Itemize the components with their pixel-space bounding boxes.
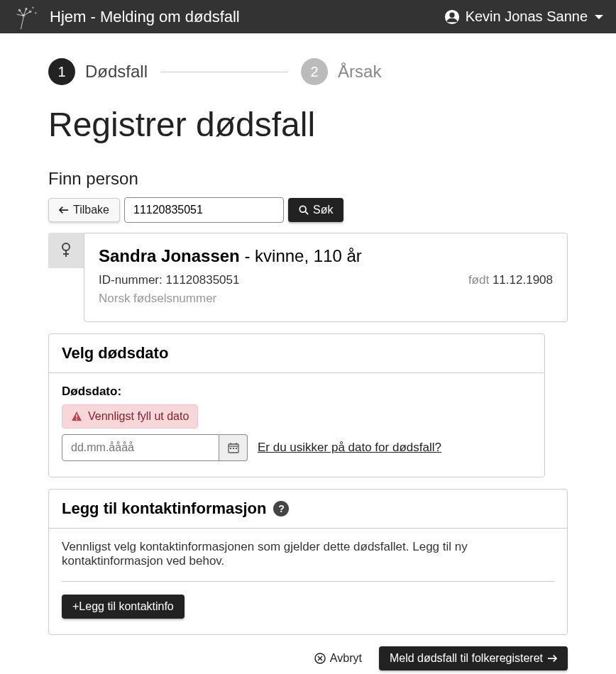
chevron-down-icon: [595, 15, 603, 19]
main-content: 1 Dødsfall 2 Årsak Registrer dødsfall Fi…: [0, 33, 616, 674]
date-input-group: [62, 434, 248, 461]
gender-badge: [48, 233, 84, 268]
unsure-date-link[interactable]: Er du usikker på dato for dødsfall?: [258, 441, 441, 455]
svg-point-19: [76, 419, 77, 420]
death-date-panel-title: Velg dødsdato: [49, 334, 544, 373]
svg-point-12: [449, 12, 454, 17]
svg-point-7: [26, 8, 28, 10]
person-born: født 11.12.1908: [468, 273, 553, 287]
help-icon[interactable]: ?: [273, 501, 289, 516]
header-title[interactable]: Hjem - Melding om dødsfall: [50, 8, 240, 26]
svg-line-14: [305, 211, 308, 214]
contact-description: Vennligst velg kontaktinformasjonen som …: [62, 540, 554, 568]
search-button-label: Søk: [313, 204, 333, 216]
header-left: Hjem - Melding om dødsfall: [13, 4, 240, 31]
svg-rect-25: [233, 448, 234, 449]
cancel-button[interactable]: Avbryt: [304, 647, 372, 670]
user-menu[interactable]: Kevin Jonas Sanne: [444, 9, 603, 25]
person-card-wrap: Sandra Jonassen - kvinne, 110 år ID-numm…: [48, 233, 568, 322]
female-icon: [60, 243, 72, 258]
death-date-panel-body: Dødsdato: Vennligst fyll ut dato: [49, 373, 544, 477]
arrow-right-icon: [547, 653, 557, 663]
app-logo-icon: [13, 4, 40, 31]
step-2-label: Årsak: [338, 62, 381, 82]
step-1: 1 Dødsfall: [48, 58, 148, 85]
svg-rect-24: [230, 448, 231, 449]
page-title: Registrer dødsfall: [48, 105, 568, 144]
submit-label: Meld dødsfall til folkeregisteret: [390, 652, 543, 665]
contact-panel-header: Legg til kontaktinformasjon ?: [49, 490, 567, 529]
date-alert: Vennligst fyll ut dato: [62, 404, 198, 429]
cancel-label: Avbryt: [330, 652, 362, 665]
svg-point-8: [29, 10, 31, 12]
person-card: Sandra Jonassen - kvinne, 110 år ID-numm…: [84, 233, 568, 322]
divider: [62, 581, 554, 582]
search-row: Tilbake Søk: [48, 197, 568, 223]
alert-text: Vennligst fyll ut dato: [88, 410, 189, 423]
footer-actions: Avbryt Meld dødsfall til folkeregisteret: [48, 646, 568, 670]
svg-line-0: [21, 17, 23, 29]
user-icon: [444, 9, 460, 25]
step-1-number: 1: [48, 58, 75, 85]
user-name: Kevin Jonas Sanne: [466, 9, 588, 25]
death-date-panel: Velg dødsdato Dødsdato: Vennligst fyll u…: [48, 333, 545, 477]
person-id-row: ID-nummer: 11120835051 født 11.12.1908: [99, 273, 553, 287]
person-name-row: Sandra Jonassen - kvinne, 110 år: [99, 246, 553, 266]
id-type: Norsk fødselsnummer: [99, 292, 553, 306]
contact-panel: Legg til kontaktinformasjon ? Vennligst …: [48, 489, 568, 635]
person-id: ID-nummer: 11120835051: [99, 273, 239, 287]
svg-point-10: [35, 12, 36, 13]
contact-panel-body: Vennligst velg kontaktinformasjonen som …: [49, 529, 567, 634]
step-line: [160, 72, 288, 72]
date-row: Er du usikker på dato for dødsfall?: [62, 434, 532, 461]
person-name: Sandra Jonassen: [99, 246, 240, 265]
person-meta: - kvinne, 110 år: [240, 246, 362, 265]
svg-point-15: [62, 243, 70, 250]
submit-button[interactable]: Meld dødsfall til folkeregisteret: [379, 646, 568, 670]
back-button[interactable]: Tilbake: [48, 198, 120, 222]
search-icon: [299, 205, 309, 215]
death-date-label: Dødsdato:: [62, 385, 532, 399]
warning-icon: [71, 411, 82, 422]
arrow-left-icon: [59, 205, 69, 215]
death-date-input[interactable]: [62, 434, 219, 461]
back-button-label: Tilbake: [73, 204, 109, 216]
search-input[interactable]: [124, 197, 284, 223]
svg-point-13: [299, 206, 306, 212]
search-button[interactable]: Søk: [288, 198, 343, 222]
stepper: 1 Dødsfall 2 Årsak: [48, 58, 568, 85]
svg-point-6: [18, 9, 21, 11]
close-icon: [314, 653, 326, 664]
svg-point-9: [33, 6, 34, 8]
app-header: Hjem - Melding om dødsfall Kevin Jonas S…: [0, 0, 616, 33]
step-2-number: 2: [301, 58, 328, 85]
contact-panel-title: Legg til kontaktinformasjon: [62, 499, 266, 518]
svg-rect-26: [236, 448, 237, 449]
step-2: 2 Årsak: [301, 58, 381, 85]
date-picker-button[interactable]: [219, 434, 248, 461]
step-1-label: Dødsfall: [85, 62, 148, 82]
find-person-title: Finn person: [48, 169, 568, 189]
add-contact-button[interactable]: +Legg til kontaktinfo: [62, 595, 185, 619]
calendar-icon: [228, 442, 239, 453]
